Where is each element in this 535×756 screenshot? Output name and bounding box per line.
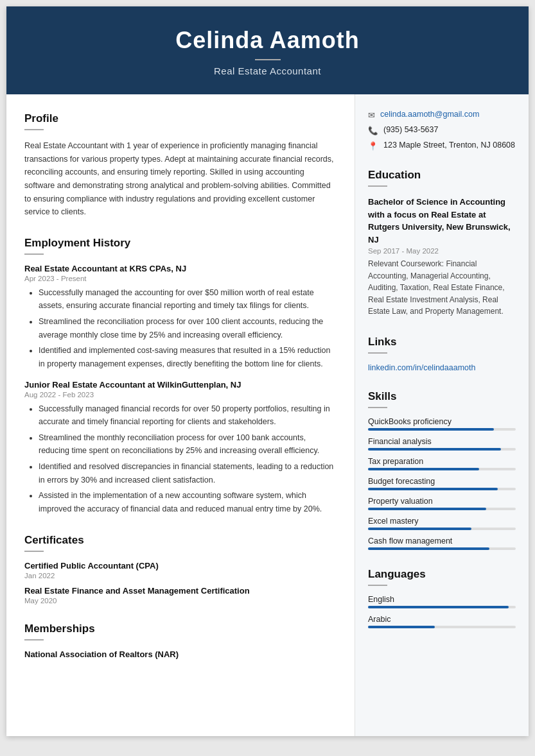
skills-title: Skills xyxy=(368,390,516,403)
list-item: Streamlined the reconciliation process f… xyxy=(39,315,337,341)
skills-list: QuickBooks proficiency Financial analysi… xyxy=(368,417,516,550)
edu-dates: Sep 2017 - May 2022 xyxy=(368,247,516,255)
skill-bar-fill xyxy=(368,468,479,470)
employment-title: Employment History xyxy=(24,237,337,250)
links-title: Links xyxy=(368,336,516,348)
skill-item: Budget forecasting xyxy=(368,477,516,490)
skill-name: Tax preparation xyxy=(368,457,516,466)
skill-bar-bg xyxy=(368,448,516,451)
skill-item: Financial analysis xyxy=(368,437,516,451)
employment-divider xyxy=(24,253,44,255)
language-bar-fill xyxy=(368,626,435,628)
cert-1: Certified Public Accountant (CPA) Jan 20… xyxy=(24,561,337,580)
job-2-bullets: Successfully managed financial records f… xyxy=(24,402,337,516)
language-bar-bg xyxy=(368,626,516,628)
list-item: Streamlined the monthly reconciliation p… xyxy=(39,431,337,458)
resume-header: Celinda Aamoth Real Estate Accountant xyxy=(6,6,529,94)
skill-item: Cash flow management xyxy=(368,537,516,550)
languages-section: Languages English Arabic xyxy=(368,568,516,628)
certificates-section: Certificates Certified Public Accountant… xyxy=(24,534,337,605)
skill-bar-fill xyxy=(368,448,501,451)
contact-phone-item: 📞 (935) 543-5637 xyxy=(368,125,516,135)
cert-1-name: Certified Public Accountant (CPA) xyxy=(24,561,337,571)
job-2-dates: Aug 2022 - Feb 2023 xyxy=(24,391,337,399)
left-column: Profile Real Estate Accountant with 1 ye… xyxy=(6,94,355,736)
contact-section: ✉ celinda.aamoth@gmail.com 📞 (935) 543-5… xyxy=(368,110,516,151)
skill-name: Financial analysis xyxy=(368,437,516,446)
profile-title: Profile xyxy=(24,112,337,125)
cert-2-date: May 2020 xyxy=(24,597,337,605)
skill-name: Property valuation xyxy=(368,497,516,506)
certificates-title: Certificates xyxy=(24,534,337,547)
skill-name: Cash flow management xyxy=(368,537,516,546)
education-section: Education Bachelor of Science in Account… xyxy=(368,169,516,318)
skill-bar-bg xyxy=(368,528,516,530)
language-bar-fill xyxy=(368,606,509,608)
job-1: Real Estate Accountant at KRS CPAs, NJ A… xyxy=(24,264,337,371)
skill-name: Budget forecasting xyxy=(368,477,516,486)
memberships-section: Memberships National Association of Real… xyxy=(24,623,337,659)
skill-bar-bg xyxy=(368,468,516,470)
edu-degree: Bachelor of Science in Accounting with a… xyxy=(368,196,516,246)
list-item: Identified and implemented cost-saving m… xyxy=(39,344,337,370)
language-name: English xyxy=(368,595,516,604)
profile-text: Real Estate Accountant with 1 year of ex… xyxy=(24,139,337,219)
skill-bar-fill xyxy=(368,508,486,510)
edu-coursework: Relevant Coursework: Financial Accountin… xyxy=(368,258,516,318)
skill-bar-bg xyxy=(368,488,516,490)
skill-bar-fill xyxy=(368,488,498,490)
right-column: ✉ celinda.aamoth@gmail.com 📞 (935) 543-5… xyxy=(355,94,529,736)
job-1-bullets: Successfully managed the accounting for … xyxy=(24,286,337,371)
list-item: Identified and resolved discrepancies in… xyxy=(39,460,337,486)
language-name: Arabic xyxy=(368,615,516,624)
job-1-dates: Apr 2023 - Present xyxy=(24,275,337,282)
memberships-divider xyxy=(24,639,44,640)
cert-2-name: Real Estate Finance and Asset Management… xyxy=(24,586,337,596)
phone-icon: 📞 xyxy=(368,126,378,135)
email-link[interactable]: celinda.aamoth@gmail.com xyxy=(380,110,479,119)
links-divider xyxy=(368,352,387,354)
education-divider xyxy=(368,185,387,187)
employment-section: Employment History Real Estate Accountan… xyxy=(24,237,337,516)
phone-number: (935) 543-5637 xyxy=(383,125,438,134)
list-item: Successfully managed financial records f… xyxy=(39,402,337,429)
list-item: Successfully managed the accounting for … xyxy=(39,286,337,313)
skills-divider xyxy=(368,407,387,408)
resume-container: Celinda Aamoth Real Estate Accountant Pr… xyxy=(6,6,529,736)
job-2-title: Junior Real Estate Accountant at WilkinG… xyxy=(24,380,337,390)
language-item: Arabic xyxy=(368,615,516,628)
links-section: Links linkedin.com/in/celindaaamoth xyxy=(368,336,516,372)
contact-address-item: 📍 123 Maple Street, Trenton, NJ 08608 xyxy=(368,141,516,151)
languages-divider xyxy=(368,585,387,586)
skill-item: Excel mastery xyxy=(368,517,516,530)
job-1-title: Real Estate Accountant at KRS CPAs, NJ xyxy=(24,264,337,273)
linkedin-link[interactable]: linkedin.com/in/celindaaamoth xyxy=(368,363,475,372)
cert-2: Real Estate Finance and Asset Management… xyxy=(24,586,337,605)
languages-list: English Arabic xyxy=(368,595,516,628)
skill-bar-fill xyxy=(368,428,494,431)
skill-name: Excel mastery xyxy=(368,517,516,526)
candidate-title: Real Estate Accountant xyxy=(19,65,516,76)
candidate-name: Celinda Aamoth xyxy=(19,27,516,54)
profile-section: Profile Real Estate Accountant with 1 ye… xyxy=(24,112,337,219)
list-item: Assisted in the implementation of a new … xyxy=(39,489,337,515)
language-bar-bg xyxy=(368,606,516,608)
languages-title: Languages xyxy=(368,568,516,581)
skills-section: Skills QuickBooks proficiency Financial … xyxy=(368,390,516,550)
education-title: Education xyxy=(368,169,516,182)
profile-divider xyxy=(24,129,44,130)
cert-1-date: Jan 2022 xyxy=(24,572,337,580)
skill-bar-fill xyxy=(368,547,489,550)
header-divider xyxy=(255,59,281,60)
email-icon: ✉ xyxy=(368,110,375,120)
skill-bar-bg xyxy=(368,508,516,510)
location-icon: 📍 xyxy=(368,141,378,151)
skill-item: Tax preparation xyxy=(368,457,516,470)
resume-body: Profile Real Estate Accountant with 1 ye… xyxy=(6,94,529,736)
job-2: Junior Real Estate Accountant at WilkinG… xyxy=(24,380,337,516)
skill-name: QuickBooks proficiency xyxy=(368,417,516,426)
address-text: 123 Maple Street, Trenton, NJ 08608 xyxy=(383,141,515,150)
certificates-divider xyxy=(24,551,44,552)
skill-bar-bg xyxy=(368,547,516,550)
skill-item: QuickBooks proficiency xyxy=(368,417,516,431)
